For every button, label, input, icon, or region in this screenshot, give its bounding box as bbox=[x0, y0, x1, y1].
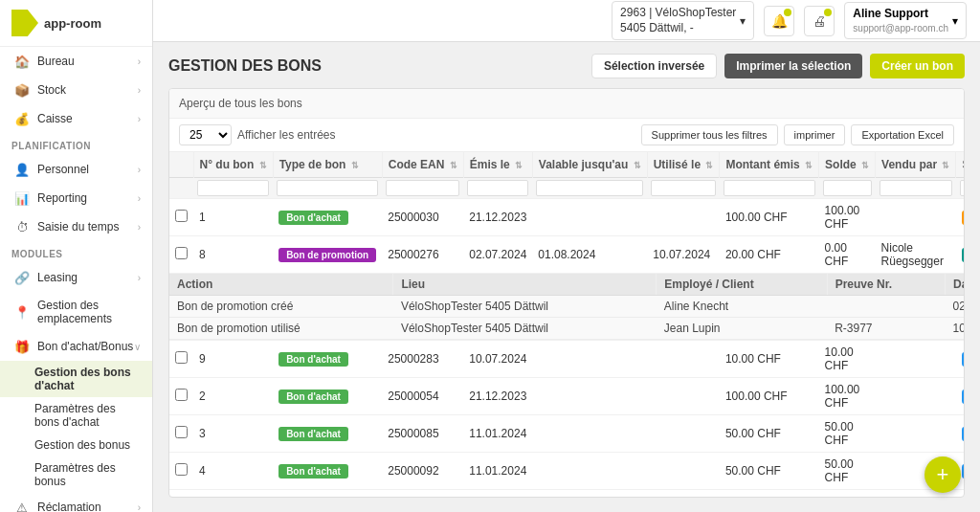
sidebar-item-stock[interactable]: 📦 Stock › bbox=[0, 76, 152, 104]
cell-valable bbox=[532, 415, 647, 453]
saisie-temps-icon: ⏱ bbox=[14, 219, 30, 234]
section-planification: PLANIFICATION bbox=[0, 133, 152, 155]
filter-valable[interactable] bbox=[536, 180, 643, 196]
location-selector[interactable]: 2963 | VéloShopTester 5405 Dättwil, - ▾ bbox=[612, 1, 754, 40]
cell-num-bon: 1 bbox=[193, 199, 273, 236]
filter-type-bon[interactable] bbox=[277, 180, 378, 196]
notifications-button[interactable]: 🔔 bbox=[764, 6, 794, 36]
col-num-bon[interactable]: N° du bon ⇅ bbox=[193, 152, 273, 178]
cell-emis-le: 11.01.2024 bbox=[463, 453, 532, 490]
sidebar: app-room 🏠 Bureau › 📦 Stock › 💰 Caisse ›… bbox=[0, 0, 153, 512]
filter-num-bon[interactable] bbox=[197, 180, 269, 196]
col-emis-le[interactable]: Émis le ⇅ bbox=[463, 152, 532, 178]
sidebar-item-gestion-emplacements[interactable]: 📍 Gestion des emplacements bbox=[0, 292, 152, 332]
filter-code-ean[interactable] bbox=[386, 180, 459, 196]
col-type-bon[interactable]: Type de bon ⇅ bbox=[273, 152, 382, 178]
entries-label: Afficher les entrées bbox=[237, 128, 336, 142]
col-code-ean[interactable]: Code EAN ⇅ bbox=[382, 152, 463, 178]
cell-type-bon: Bon d'achat bbox=[273, 378, 382, 415]
sub-col: Lieu bbox=[393, 274, 657, 296]
row-checkbox[interactable] bbox=[175, 247, 188, 259]
col-statut[interactable]: Statut ⇅ bbox=[956, 152, 964, 178]
cell-emis-le: 12.01.2024 bbox=[463, 490, 532, 498]
cell-solde: 100.00 CHF bbox=[819, 490, 876, 498]
sidebar-sub-gestion-bonus[interactable]: Gestion des bonus bbox=[0, 434, 152, 456]
sub-table-row: Bon de promotion utilisé VéloShopTester … bbox=[169, 318, 964, 340]
sub-cell-date: 02.07.2024 14:30 bbox=[946, 296, 964, 318]
sidebar-item-label: Bon d'achat/Bonus bbox=[37, 340, 133, 353]
chevron-right-icon: › bbox=[138, 114, 141, 124]
user-email: support@app-room.ch bbox=[853, 22, 948, 34]
fab-add-button[interactable]: + bbox=[924, 456, 961, 493]
print-dot bbox=[824, 9, 832, 16]
table-row: 8 Bon de promotion 25000276 02.07.2024 0… bbox=[169, 236, 964, 274]
row-checkbox[interactable] bbox=[175, 351, 188, 364]
sidebar-item-personnel[interactable]: 👤 Personnel › bbox=[0, 155, 152, 184]
sub-cell-employe: Aline Knecht bbox=[657, 296, 827, 318]
entries-select[interactable]: 25 50 100 bbox=[179, 124, 232, 145]
sidebar-sub-parametres-bons-achat[interactable]: Paramètres des bons d'achat bbox=[0, 397, 152, 434]
sidebar-sub-gestion-bons-achat[interactable]: Gestion des bons d'achat bbox=[0, 361, 152, 397]
col-valable[interactable]: Valable jusqu'au ⇅ bbox=[532, 152, 647, 178]
sidebar-item-reclamation[interactable]: ⚠ Réclamation › bbox=[0, 493, 152, 512]
table-toolbar: 25 50 100 Afficher les entrées Supprimer… bbox=[169, 119, 964, 152]
sidebar-item-reporting[interactable]: 📊 Reporting › bbox=[0, 184, 152, 212]
filter-statut[interactable] bbox=[960, 180, 964, 196]
cell-emis-le: 21.12.2023 bbox=[463, 199, 532, 236]
bon-achat-icon: 🎁 bbox=[14, 339, 30, 354]
logo[interactable]: app-room bbox=[0, 0, 152, 47]
caisse-icon: 💰 bbox=[14, 111, 30, 126]
supprimer-filtres-button[interactable]: Supprimer tous les filtres bbox=[641, 124, 778, 145]
imprimer-button[interactable]: imprimer bbox=[784, 124, 846, 145]
sidebar-item-caisse[interactable]: 💰 Caisse › bbox=[0, 104, 152, 133]
personnel-icon: 👤 bbox=[14, 162, 30, 177]
imprimer-selection-button[interactable]: Imprimer la sélection bbox=[724, 54, 862, 78]
sub-cell-lieu: VéloShopTester 5405 Dättwil bbox=[393, 296, 657, 318]
print-button[interactable]: 🖨 bbox=[804, 6, 835, 36]
col-utilise[interactable]: Utilisé le ⇅ bbox=[647, 152, 720, 178]
row-checkbox[interactable] bbox=[175, 210, 188, 222]
selection-inversee-button[interactable]: Sélection inversée bbox=[591, 54, 717, 78]
cell-num-bon: 3 bbox=[193, 415, 273, 453]
filter-utilise[interactable] bbox=[651, 180, 716, 196]
cell-valable bbox=[532, 199, 647, 236]
sidebar-sub-parametres-bonus[interactable]: Paramètres des bonus bbox=[0, 456, 152, 493]
sub-cell-employe: Jean Lupin bbox=[657, 318, 827, 340]
data-table: N° du bon ⇅ Type de bon ⇅ Code EAN ⇅ Émi… bbox=[169, 152, 964, 497]
col-solde[interactable]: Solde ⇅ bbox=[819, 152, 876, 178]
export-excel-button[interactable]: Exportation Excel bbox=[851, 124, 954, 145]
filter-solde[interactable] bbox=[823, 180, 872, 196]
sidebar-item-label: Stock bbox=[37, 83, 66, 97]
sub-cell-action: Bon de promotion utilisé bbox=[169, 318, 393, 340]
sidebar-item-label: Gestion des emplacements bbox=[37, 299, 141, 325]
cell-num-bon: 9 bbox=[193, 341, 273, 378]
cell-code-ean: 25000108 bbox=[382, 490, 463, 498]
cell-utilise-le bbox=[647, 490, 720, 498]
cell-utilise-le bbox=[647, 199, 720, 236]
col-montant-emis[interactable]: Montant émis ⇅ bbox=[720, 152, 819, 178]
logo-text: app-room bbox=[44, 16, 101, 31]
user-selector[interactable]: Aline Support support@app-room.ch ▾ bbox=[844, 2, 967, 39]
sub-table-row: Bon de promotion créé VéloShopTester 540… bbox=[169, 296, 964, 318]
table-row: 1 Bon d'achat 25000030 21.12.2023 100.00… bbox=[169, 199, 964, 236]
sidebar-item-bureau[interactable]: 🏠 Bureau › bbox=[0, 47, 152, 76]
filter-montant-emis[interactable] bbox=[724, 180, 815, 196]
row-checkbox[interactable] bbox=[175, 389, 188, 401]
sub-item-label: Gestion des bonus bbox=[34, 438, 130, 452]
sidebar-item-label: Personnel bbox=[37, 163, 89, 176]
sub-item-label: Paramètres des bons d'achat bbox=[34, 402, 116, 429]
sidebar-item-leasing[interactable]: 🔗 Leasing › bbox=[0, 263, 152, 292]
cell-montant-emis: 20.00 CHF bbox=[720, 236, 819, 274]
filter-emis-le[interactable] bbox=[467, 180, 528, 196]
row-checkbox[interactable] bbox=[175, 463, 188, 476]
filter-vendu-par[interactable] bbox=[880, 180, 952, 196]
creer-bon-button[interactable]: Créer un bon bbox=[870, 54, 965, 78]
col-vendu-par[interactable]: Vendu par ⇅ bbox=[876, 152, 956, 178]
cell-utilise-le bbox=[647, 453, 720, 490]
sidebar-item-bon-achat[interactable]: 🎁 Bon d'achat/Bonus ∨ bbox=[0, 332, 152, 361]
cell-code-ean: 25000085 bbox=[382, 415, 463, 453]
chevron-down-icon: ▾ bbox=[952, 14, 958, 28]
sub-cell-action: Bon de promotion créé bbox=[169, 296, 393, 318]
sidebar-item-saisie-temps[interactable]: ⏱ Saisie du temps › bbox=[0, 212, 152, 241]
row-checkbox[interactable] bbox=[175, 426, 188, 438]
